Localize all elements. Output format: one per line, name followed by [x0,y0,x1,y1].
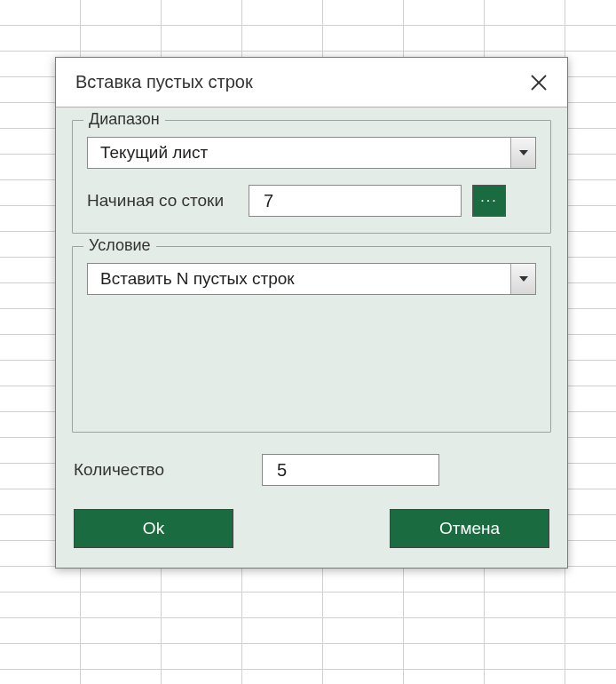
ellipsis-icon: ... [480,189,497,205]
dialog-title: Вставка пустых строк [75,72,253,92]
dialog-button-row: Ok Отмена [72,509,551,548]
close-button[interactable] [526,70,551,95]
dialog-body: Диапазон Текущий лист Начиная со стоки .… [56,107,567,568]
condition-legend: Условие [83,236,156,255]
quantity-label: Количество [74,460,251,480]
start-row-input[interactable] [249,185,462,217]
cancel-button[interactable]: Отмена [390,509,549,548]
condition-value: Вставить N пустых строк [88,269,307,289]
condition-combobox[interactable]: Вставить N пустых строк [87,263,536,295]
condition-fieldset: Условие Вставить N пустых строк [72,246,551,433]
chevron-down-icon [510,264,535,294]
range-legend: Диапазон [83,110,165,129]
scope-value: Текущий лист [88,143,220,163]
range-fieldset: Диапазон Текущий лист Начиная со стоки .… [72,120,551,234]
svg-marker-2 [519,150,528,155]
quantity-row: Количество [74,454,549,486]
chevron-down-icon [510,138,535,168]
insert-empty-rows-dialog: Вставка пустых строк Диапазон Текущий ли… [55,57,568,569]
scope-combobox[interactable]: Текущий лист [87,137,536,169]
ok-button[interactable]: Ok [74,509,233,548]
start-row-label: Начиная со стоки [87,191,238,211]
range-picker-button[interactable]: ... [472,185,506,217]
start-row-row: Начиная со стоки ... [87,185,536,217]
close-icon [530,74,548,91]
quantity-input[interactable] [262,454,439,486]
dialog-titlebar: Вставка пустых строк [56,58,567,107]
svg-marker-3 [519,276,528,282]
